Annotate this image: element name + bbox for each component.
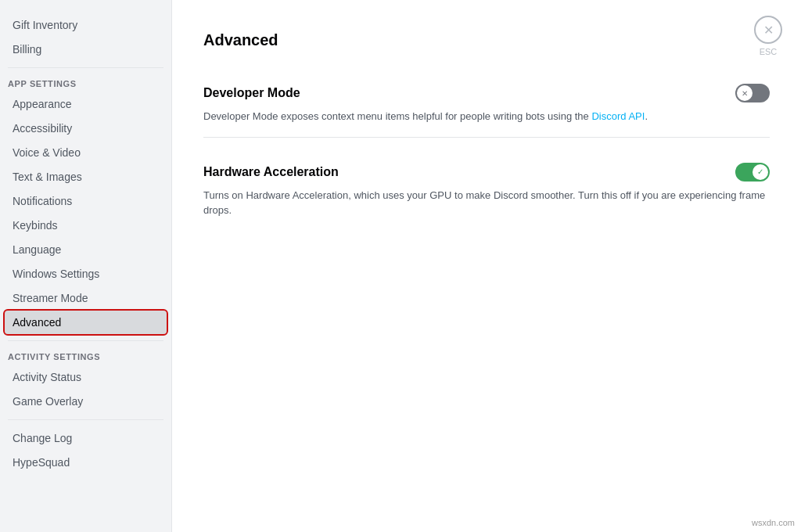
developer-mode-row: Developer Mode ✕	[203, 71, 770, 109]
sidebar-item-billing[interactable]: Billing	[5, 38, 167, 61]
sidebar-item-activity-status[interactable]: Activity Status	[5, 365, 167, 389]
developer-mode-toggle[interactable]: ✕	[735, 84, 770, 102]
sidebar-item-change-log[interactable]: Change Log	[5, 426, 167, 450]
esc-label: ESC	[760, 47, 778, 56]
sidebar-item-gift-inventory[interactable]: Gift Inventory	[5, 13, 167, 37]
sidebar-item-language[interactable]: Language	[5, 238, 167, 261]
hardware-acceleration-label: Hardware Acceleration	[203, 165, 339, 179]
watermark: wsxdn.com	[752, 518, 795, 527]
sidebar-item-advanced[interactable]: Advanced	[5, 311, 167, 334]
developer-mode-setting: Developer Mode ✕ Developer Mode exposes …	[203, 71, 770, 124]
sidebar: Gift Inventory Billing APP SETTINGS Appe…	[0, 0, 172, 532]
divider-top	[8, 67, 163, 68]
sidebar-item-keybinds[interactable]: Keybinds	[5, 214, 167, 237]
divider-mid	[8, 340, 163, 341]
developer-mode-label: Developer Mode	[203, 86, 300, 100]
toggle-x-icon: ✕	[742, 89, 748, 98]
toggle-knob-on: ✓	[753, 164, 768, 180]
sidebar-item-appearance[interactable]: Appearance	[5, 92, 167, 116]
sidebar-item-streamer-mode[interactable]: Streamer Mode	[5, 286, 167, 310]
sidebar-item-hypesquad[interactable]: HypeSquad	[5, 451, 167, 474]
sidebar-item-accessibility[interactable]: Accessibility	[5, 117, 167, 140]
sidebar-item-windows-settings[interactable]: Windows Settings	[5, 262, 167, 286]
discord-api-link[interactable]: Discord API	[591, 110, 645, 122]
hardware-acceleration-setting: Hardware Acceleration ✓ Turns on Hardwar…	[203, 150, 770, 218]
settings-divider	[203, 137, 770, 138]
app-settings-header: APP SETTINGS	[0, 74, 171, 92]
hardware-acceleration-description: Turns on Hardware Acceleration, which us…	[203, 188, 770, 218]
sidebar-item-text-images[interactable]: Text & Images	[5, 165, 167, 189]
sidebar-item-notifications[interactable]: Notifications	[5, 189, 167, 213]
sidebar-item-game-overlay[interactable]: Game Overlay	[5, 390, 167, 413]
toggle-knob-off: ✕	[737, 85, 753, 101]
sidebar-item-voice-video[interactable]: Voice & Video	[5, 141, 167, 164]
divider-bottom	[8, 419, 163, 420]
activity-settings-header: ACTIVITY SETTINGS	[0, 347, 171, 365]
developer-mode-description: Developer Mode exposes context menu item…	[203, 109, 770, 124]
toggle-check-icon: ✓	[757, 167, 763, 176]
hardware-acceleration-row: Hardware Acceleration ✓	[203, 150, 770, 188]
close-button[interactable]: ✕	[754, 16, 782, 44]
main-content: ✕ ESC Advanced Developer Mode ✕ Develope…	[172, 0, 801, 532]
hardware-acceleration-toggle[interactable]: ✓	[735, 163, 770, 182]
page-title: Advanced	[203, 31, 770, 49]
esc-button-container: ✕ ESC	[754, 16, 782, 56]
